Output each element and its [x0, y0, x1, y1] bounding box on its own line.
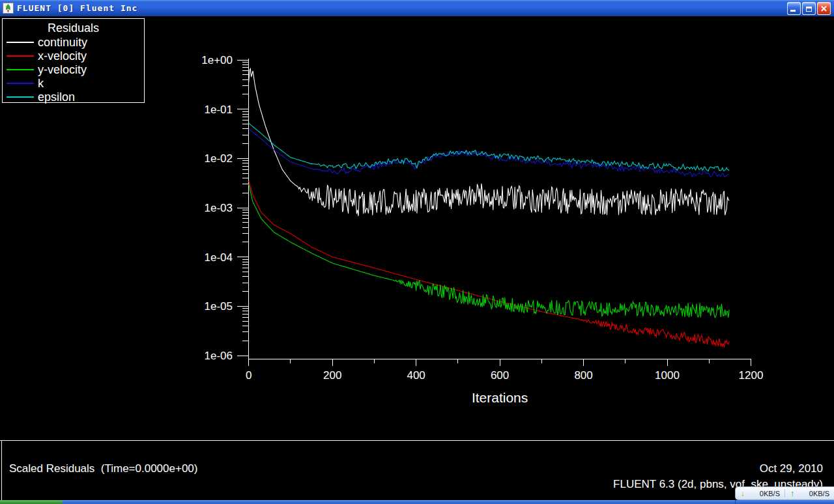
residuals-legend: Residuals continuity x-velocity y-veloci… — [2, 18, 145, 103]
fluent-app-icon — [3, 3, 14, 14]
caption-left-border — [1, 441, 2, 500]
upload-speed-text: 0KB/S — [809, 490, 829, 497]
continuity-line-swatch — [7, 42, 34, 43]
svg-text:1e-05: 1e-05 — [205, 300, 233, 313]
upload-speed-group: ↑ 0KB/S — [785, 490, 834, 497]
window-title: FLUENT [0] Fluent Inc — [17, 3, 137, 13]
svg-text:1e-03: 1e-03 — [205, 202, 233, 214]
minimize-button[interactable] — [787, 2, 801, 15]
svg-text:1e+00: 1e+00 — [201, 54, 233, 66]
legend-item-y-velocity: y-velocity — [3, 63, 144, 76]
svg-text:1e-04: 1e-04 — [205, 251, 233, 264]
legend-title: Residuals — [3, 21, 144, 35]
fluent-window: FLUENT [0] Fluent Inc ✕ 1e+001e-011e-021… — [0, 0, 834, 504]
window-controls: ✕ — [787, 2, 831, 15]
download-speed-text: 0KB/S — [760, 490, 780, 497]
svg-text:Iterations: Iterations — [472, 390, 528, 405]
legend-item-x-velocity: x-velocity — [3, 49, 144, 63]
plot-caption: Scaled Residuals (Time=0.0000e+00) — [9, 462, 197, 475]
legend-item-epsilon: epsilon — [3, 90, 144, 104]
upload-arrow-icon: ↑ — [790, 490, 794, 497]
system-tray-fragment[interactable] — [735, 500, 834, 504]
y-velocity-line-swatch — [7, 69, 34, 70]
date-text: Oct 29, 2010 — [760, 462, 823, 475]
svg-text:1e-02: 1e-02 — [205, 152, 233, 165]
svg-text:1000: 1000 — [655, 369, 680, 382]
caption-separator — [0, 440, 834, 441]
svg-text:1e-01: 1e-01 — [205, 104, 233, 116]
title-bar[interactable]: FLUENT [0] Fluent Inc ✕ — [0, 0, 834, 16]
restore-icon — [806, 7, 812, 12]
svg-text:1200: 1200 — [739, 369, 764, 382]
legend-item-k: k — [3, 76, 144, 90]
svg-text:600: 600 — [491, 369, 509, 382]
svg-text:1e-06: 1e-06 — [205, 350, 233, 362]
close-icon: ✕ — [818, 3, 830, 15]
close-button[interactable]: ✕ — [817, 2, 831, 15]
svg-text:200: 200 — [323, 369, 341, 382]
download-arrow-icon: ↓ — [741, 490, 745, 497]
epsilon-line-swatch — [7, 96, 34, 98]
legend-item-continuity: continuity — [3, 35, 144, 49]
k-line-swatch — [7, 83, 34, 84]
svg-text:400: 400 — [407, 369, 425, 382]
svg-text:0: 0 — [246, 369, 252, 382]
x-velocity-line-swatch — [7, 55, 34, 57]
network-speed-widget[interactable]: ↓ 0KB/S ↑ 0KB/S — [735, 486, 834, 500]
taskbar[interactable] — [0, 500, 834, 504]
download-speed-group: ↓ 0KB/S — [736, 490, 784, 497]
svg-text:800: 800 — [574, 369, 592, 382]
start-button-fragment[interactable] — [0, 500, 63, 504]
minimize-icon — [790, 10, 796, 12]
restore-button[interactable] — [802, 2, 816, 15]
